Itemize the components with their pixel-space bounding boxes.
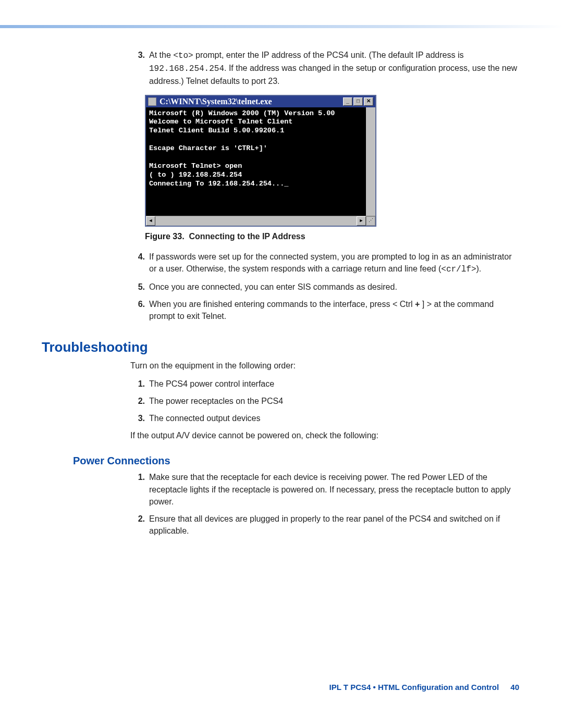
item-number: 2. xyxy=(130,395,149,407)
item-number: 1. xyxy=(130,378,149,390)
code: <cr/lf> xyxy=(441,265,476,274)
page-content: 3. At the <to> prompt, enter the IP addr… xyxy=(0,28,563,707)
list-item: 1. The PCS4 power control interface xyxy=(130,378,521,390)
step-number: 5. xyxy=(130,281,149,293)
code: <to> xyxy=(173,51,193,60)
code: 192.168.254.254 xyxy=(149,64,224,73)
step-text: Once you are connected, you can enter SI… xyxy=(149,281,521,293)
list-item: 1. Make sure that the receptacle for eac… xyxy=(130,471,521,508)
scroll-right-icon[interactable]: ► xyxy=(357,216,366,226)
step-number: 4. xyxy=(130,251,149,276)
step-text: If passwords were set up for the connect… xyxy=(149,251,521,276)
text: ). xyxy=(476,264,482,273)
step-6: 6. When you are finished entering comman… xyxy=(130,298,521,322)
step-text: At the <to> prompt, enter the IP address… xyxy=(149,49,521,88)
item-text: Make sure that the receptacle for each d… xyxy=(149,471,521,508)
troubleshooting-intro: Turn on the equipment in the following o… xyxy=(130,360,521,372)
telnet-window: C:\WINNT\System32\telnet.exe _ □ ✕ Micro… xyxy=(145,95,376,227)
window-title: C:\WINNT\System32\telnet.exe xyxy=(160,97,272,106)
page-footer: IPL T PCS4 • HTML Configuration and Cont… xyxy=(42,683,521,692)
step-text: When you are finished entering commands … xyxy=(149,298,521,322)
bold: + xyxy=(415,300,420,309)
page-number: 40 xyxy=(510,683,519,692)
heading-power-connections: Power Connections xyxy=(73,455,521,467)
app-icon xyxy=(148,97,156,106)
item-text: The connected output devices xyxy=(149,412,521,424)
step-number: 6. xyxy=(130,298,149,322)
item-text: The PCS4 power control interface xyxy=(149,378,521,390)
footer-text: IPL T PCS4 • HTML Configuration and Cont… xyxy=(329,683,499,692)
heading-troubleshooting: Troubleshooting xyxy=(42,339,521,355)
list-item: 2. The power receptacles on the PCS4 xyxy=(130,395,521,407)
text: When you are finished entering commands … xyxy=(149,300,415,309)
telnet-titlebar: C:\WINNT\System32\telnet.exe _ □ ✕ xyxy=(146,96,375,107)
figure-title: Connecting to the IP Address xyxy=(189,232,305,241)
list-item: 2. Ensure that all devices are plugged i… xyxy=(130,513,521,537)
horizontal-scrollbar[interactable]: ◄ ► ⋰ xyxy=(146,216,375,226)
troubleshooting-outro: If the output A/V device cannot be power… xyxy=(130,429,521,441)
maximize-icon[interactable]: □ xyxy=(353,97,363,106)
terminal-output: Microsoft (R) Windows 2000 (TM) Version … xyxy=(146,107,375,216)
list-item: 3. The connected output devices xyxy=(130,412,521,424)
item-text: The power receptacles on the PCS4 xyxy=(149,395,521,407)
text: At the xyxy=(149,51,173,59)
minimize-icon[interactable]: _ xyxy=(343,97,352,106)
figure-label: Figure 33. xyxy=(145,232,185,241)
close-icon[interactable]: ✕ xyxy=(364,97,373,106)
item-number: 3. xyxy=(130,412,149,424)
resize-grip-icon[interactable]: ⋰ xyxy=(366,216,375,226)
item-number: 1. xyxy=(130,471,149,508)
figure-caption: Figure 33. Connecting to the IP Address xyxy=(145,232,521,241)
step-3: 3. At the <to> prompt, enter the IP addr… xyxy=(130,49,521,88)
text: prompt, enter the IP address of the PCS4… xyxy=(193,51,464,59)
scroll-left-icon[interactable]: ◄ xyxy=(146,216,155,226)
step-4: 4. If passwords were set up for the conn… xyxy=(130,251,521,276)
item-number: 2. xyxy=(130,513,149,537)
step-number: 3. xyxy=(130,49,149,88)
step-5: 5. Once you are connected, you can enter… xyxy=(130,281,521,293)
item-text: Ensure that all devices are plugged in p… xyxy=(149,513,521,537)
